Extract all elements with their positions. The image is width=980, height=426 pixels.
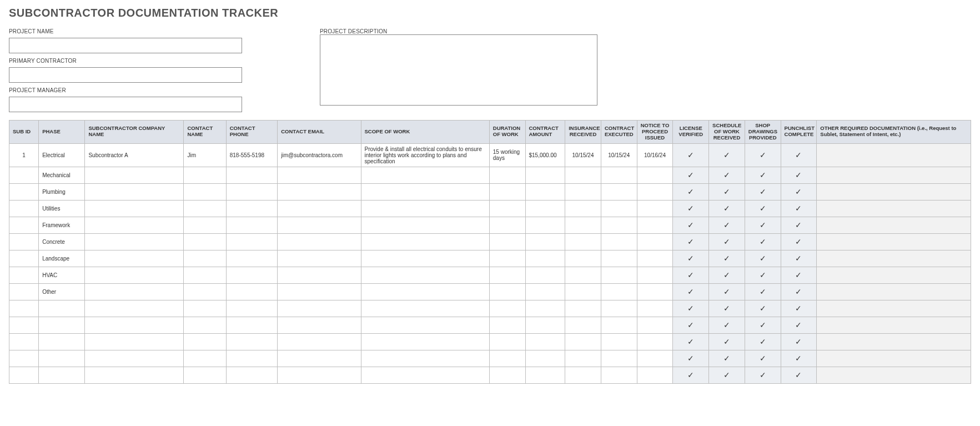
cell-license[interactable]: ✓ xyxy=(673,350,709,367)
cell-sub-id[interactable] xyxy=(9,367,39,383)
cell-contact-email[interactable] xyxy=(278,250,361,267)
cell-scope[interactable] xyxy=(361,333,489,350)
cell-contact-email[interactable]: jim@subcontractora.com xyxy=(278,143,361,167)
cell-contact-name[interactable]: Jim xyxy=(184,143,226,167)
cell-phase[interactable]: Framework xyxy=(39,217,85,233)
cell-contact-email[interactable] xyxy=(278,350,361,367)
cell-contact-phone[interactable] xyxy=(226,183,277,200)
cell-other[interactable] xyxy=(817,200,971,217)
cell-contact-phone[interactable] xyxy=(226,267,277,283)
cell-insurance[interactable] xyxy=(565,300,601,317)
cell-notice[interactable] xyxy=(637,283,673,300)
cell-scope[interactable] xyxy=(361,183,489,200)
cell-punchlist[interactable]: ✓ xyxy=(781,350,817,367)
cell-notice[interactable] xyxy=(637,367,673,383)
cell-executed[interactable] xyxy=(601,317,637,333)
cell-other[interactable] xyxy=(817,333,971,350)
cell-phase[interactable] xyxy=(39,300,85,317)
cell-insurance[interactable]: 10/15/24 xyxy=(565,143,601,167)
cell-shop[interactable]: ✓ xyxy=(745,350,781,367)
cell-contact-name[interactable] xyxy=(184,333,226,350)
cell-license[interactable]: ✓ xyxy=(673,300,709,317)
cell-notice[interactable] xyxy=(637,200,673,217)
cell-contact-name[interactable] xyxy=(184,250,226,267)
cell-punchlist[interactable]: ✓ xyxy=(781,167,817,183)
cell-insurance[interactable] xyxy=(565,367,601,383)
cell-contact-name[interactable] xyxy=(184,200,226,217)
cell-phase[interactable] xyxy=(39,317,85,333)
cell-executed[interactable] xyxy=(601,267,637,283)
cell-executed[interactable] xyxy=(601,167,637,183)
cell-company[interactable] xyxy=(85,250,184,267)
cell-insurance[interactable] xyxy=(565,317,601,333)
cell-phase[interactable]: Landscape xyxy=(39,250,85,267)
cell-sub-id[interactable] xyxy=(9,317,39,333)
cell-executed[interactable] xyxy=(601,350,637,367)
cell-contact-phone[interactable] xyxy=(226,233,277,250)
cell-contact-phone[interactable] xyxy=(226,217,277,233)
cell-duration[interactable] xyxy=(489,200,525,217)
cell-shop[interactable]: ✓ xyxy=(745,200,781,217)
cell-executed[interactable] xyxy=(601,233,637,250)
cell-license[interactable]: ✓ xyxy=(673,367,709,383)
cell-notice[interactable] xyxy=(637,183,673,200)
cell-duration[interactable] xyxy=(489,350,525,367)
cell-company[interactable] xyxy=(85,317,184,333)
cell-insurance[interactable] xyxy=(565,183,601,200)
cell-scope[interactable] xyxy=(361,300,489,317)
cell-contact-phone[interactable] xyxy=(226,167,277,183)
cell-shop[interactable]: ✓ xyxy=(745,367,781,383)
cell-scope[interactable] xyxy=(361,350,489,367)
cell-other[interactable] xyxy=(817,300,971,317)
cell-executed[interactable] xyxy=(601,283,637,300)
cell-duration[interactable] xyxy=(489,300,525,317)
cell-amount[interactable] xyxy=(525,267,565,283)
cell-phase[interactable] xyxy=(39,350,85,367)
cell-executed[interactable] xyxy=(601,250,637,267)
cell-phase[interactable]: Other xyxy=(39,283,85,300)
cell-duration[interactable] xyxy=(489,283,525,300)
cell-phase[interactable]: Plumbing xyxy=(39,183,85,200)
cell-notice[interactable] xyxy=(637,267,673,283)
cell-phase[interactable]: Mechanical xyxy=(39,167,85,183)
cell-notice[interactable] xyxy=(637,317,673,333)
cell-schedule[interactable]: ✓ xyxy=(709,283,745,300)
cell-amount[interactable] xyxy=(525,167,565,183)
cell-amount[interactable] xyxy=(525,300,565,317)
cell-shop[interactable]: ✓ xyxy=(745,167,781,183)
cell-contact-email[interactable] xyxy=(278,217,361,233)
cell-company[interactable] xyxy=(85,367,184,383)
cell-schedule[interactable]: ✓ xyxy=(709,143,745,167)
cell-schedule[interactable]: ✓ xyxy=(709,350,745,367)
cell-contact-phone[interactable] xyxy=(226,250,277,267)
cell-sub-id[interactable] xyxy=(9,183,39,200)
cell-scope[interactable] xyxy=(361,167,489,183)
cell-license[interactable]: ✓ xyxy=(673,233,709,250)
cell-phase[interactable]: Concrete xyxy=(39,233,85,250)
cell-contact-name[interactable] xyxy=(184,183,226,200)
cell-insurance[interactable] xyxy=(565,200,601,217)
cell-company[interactable] xyxy=(85,200,184,217)
cell-scope[interactable]: Provide & install all electrical conduit… xyxy=(361,143,489,167)
cell-schedule[interactable]: ✓ xyxy=(709,367,745,383)
cell-phase[interactable]: HVAC xyxy=(39,267,85,283)
cell-shop[interactable]: ✓ xyxy=(745,143,781,167)
cell-shop[interactable]: ✓ xyxy=(745,300,781,317)
cell-insurance[interactable] xyxy=(565,350,601,367)
cell-shop[interactable]: ✓ xyxy=(745,317,781,333)
cell-amount[interactable] xyxy=(525,200,565,217)
cell-insurance[interactable] xyxy=(565,333,601,350)
cell-punchlist[interactable]: ✓ xyxy=(781,283,817,300)
cell-contact-phone[interactable]: 818-555-5198 xyxy=(226,143,277,167)
cell-amount[interactable] xyxy=(525,367,565,383)
cell-contact-name[interactable] xyxy=(184,300,226,317)
cell-notice[interactable] xyxy=(637,167,673,183)
cell-contact-phone[interactable] xyxy=(226,317,277,333)
cell-license[interactable]: ✓ xyxy=(673,183,709,200)
cell-duration[interactable] xyxy=(489,167,525,183)
cell-contact-email[interactable] xyxy=(278,333,361,350)
cell-scope[interactable] xyxy=(361,217,489,233)
cell-license[interactable]: ✓ xyxy=(673,167,709,183)
cell-sub-id[interactable] xyxy=(9,217,39,233)
project-manager-input[interactable] xyxy=(9,97,242,112)
